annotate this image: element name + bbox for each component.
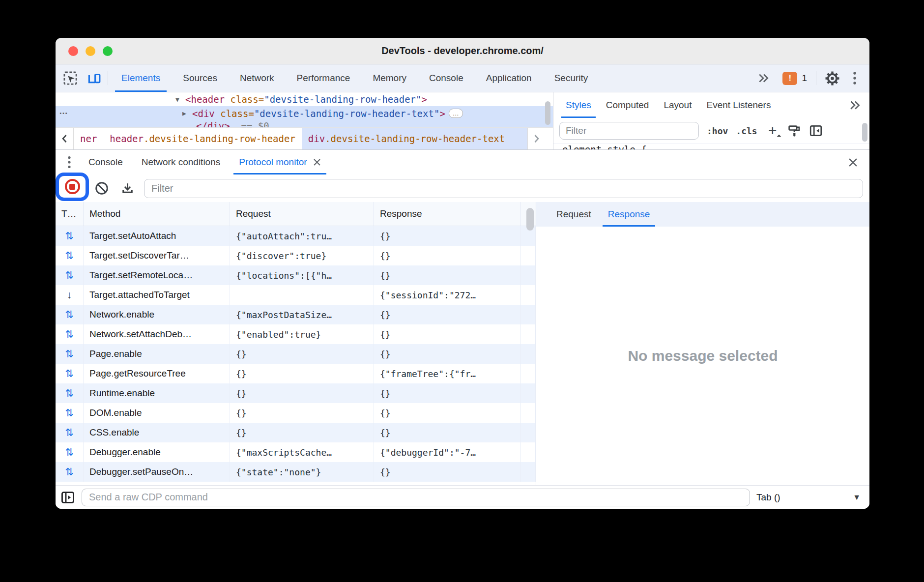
node-options-dots[interactable]: … [59, 106, 68, 116]
column-header-method[interactable]: Method [84, 202, 230, 226]
main-toolbar: ElementsSourcesNetworkPerformanceMemoryC… [56, 64, 869, 92]
response-cell: {} [374, 423, 521, 442]
styles-tab-event-listeners[interactable]: Event Listeners [699, 92, 778, 118]
received-arrow-icon: ↓ [67, 289, 72, 301]
save-button[interactable] [115, 182, 140, 195]
protocol-filter-input[interactable] [144, 179, 863, 198]
protocol-row[interactable]: ⇅Network.setAttachDeb…{"enabled":true}{} [56, 324, 536, 344]
protocol-monitor-body: T…MethodRequestResponse ⇅Target.setAutoA… [56, 202, 869, 485]
tag-open: <header [185, 94, 225, 105]
target-dropdown-caret-icon[interactable]: ▼ [853, 493, 861, 502]
column-header-request[interactable]: Request [230, 202, 374, 226]
inspect-element-button[interactable] [58, 64, 82, 92]
protocol-row[interactable]: ⇅Target.setAutoAttach{"autoAttach":tru…{… [56, 226, 536, 246]
protocol-row[interactable]: ⇅Page.enable{}{} [56, 344, 536, 364]
protocol-row[interactable]: ⇅Network.enable{"maxPostDataSize…{} [56, 305, 536, 324]
direction-cell: ⇅ [56, 226, 84, 246]
column-header-response[interactable]: Response [374, 202, 521, 226]
expand-arrow-icon[interactable]: ▼ [175, 96, 185, 103]
panel-tab-performance[interactable]: Performance [286, 64, 362, 92]
panel-tab-elements[interactable]: Elements [110, 64, 172, 92]
format-painter-button[interactable] [788, 124, 801, 138]
expand-children-button[interactable]: … [449, 109, 463, 118]
detail-tab-response[interactable]: Response [600, 202, 659, 227]
main-menu-button[interactable] [846, 71, 864, 85]
panel-tab-console[interactable]: Console [418, 64, 475, 92]
protocol-row[interactable]: ↓Target.attachedToTarget{"sessionId":"27… [56, 285, 536, 305]
protocol-row[interactable]: ⇅Page.getResourceTree{}{"frameTree":{"fr… [56, 364, 536, 383]
record-button-highlight [56, 173, 89, 201]
closing-tag: </div> [196, 120, 230, 128]
device-toolbar-icon [87, 71, 101, 86]
protocol-row[interactable]: ⇅Debugger.enable{"maxScriptsCache…{"debu… [56, 442, 536, 462]
toggle-element-classes-button[interactable]: .cls [736, 126, 757, 136]
breadcrumb-scroll-right-button[interactable] [527, 128, 546, 149]
panel-tab-application[interactable]: Application [475, 64, 543, 92]
equals-sign: = [259, 94, 264, 105]
detail-body: No message selected [536, 227, 869, 485]
response-cell: {} [374, 265, 521, 285]
toolbar-separator [816, 71, 816, 85]
drawer-menu-button[interactable] [59, 150, 79, 175]
drawer-tab-bar: ConsoleNetwork conditionsProtocol monito… [56, 150, 869, 175]
protocol-row[interactable]: ⇅Debugger.setPauseOn…{"state":"none"}{} [56, 462, 536, 482]
new-style-rule-button[interactable]: + [765, 123, 780, 138]
protocol-row[interactable]: ⇅CSS.enable{}{} [56, 423, 536, 442]
protocol-row[interactable]: ⇅DOM.enable{}{} [56, 403, 536, 423]
maximize-window-button[interactable] [103, 46, 113, 56]
more-panels-button[interactable] [752, 72, 776, 84]
styles-filter-input[interactable] [559, 122, 699, 140]
toggle-command-editor-button[interactable] [60, 490, 75, 505]
close-window-button[interactable] [68, 46, 78, 56]
request-cell: {"locations":[{"h… [230, 265, 374, 285]
panel-tab-network[interactable]: Network [229, 64, 286, 92]
request-cell: {} [230, 423, 374, 442]
response-cell: {"debuggerId":"-7… [374, 442, 521, 462]
elements-scrollbar-thumb[interactable] [545, 101, 550, 125]
dom-node-header[interactable]: ▼<header class="devsite-landing-row-head… [56, 92, 553, 106]
row-gutter [521, 462, 536, 482]
breadcrumb-scroll-left-button[interactable] [56, 128, 74, 149]
styles-tab-styles[interactable]: Styles [558, 92, 599, 118]
styles-tab-layout[interactable]: Layout [656, 92, 699, 118]
row-gutter [521, 383, 536, 403]
drawer-tab-protocol-monitor[interactable]: Protocol monitor [230, 150, 330, 175]
drawer-tab-network-conditions[interactable]: Network conditions [132, 150, 230, 175]
elements-tree-panel: ▼<header class="devsite-landing-row-head… [56, 92, 553, 149]
breadcrumb-truncated[interactable]: ner [74, 128, 103, 149]
download-icon [121, 182, 134, 195]
breadcrumb-header[interactable]: header.devsite-landing-row-header [103, 128, 302, 149]
protocol-row[interactable]: ⇅Runtime.enable{}{} [56, 383, 536, 403]
gear-icon [825, 71, 840, 86]
grid-scrollbar-thumb[interactable] [526, 208, 534, 231]
toggle-pseudo-classes-button[interactable]: :hov [707, 126, 728, 136]
dom-node-div-selected[interactable]: … ▶<div class="devsite-landing-row-heade… [56, 106, 553, 120]
issues-badge[interactable]: ! 1 [778, 72, 812, 85]
device-toolbar-button[interactable] [82, 64, 106, 92]
collapse-sidebar-button[interactable] [809, 124, 823, 138]
record-button[interactable] [65, 179, 80, 194]
styles-tab-computed[interactable]: Computed [599, 92, 657, 118]
target-selector[interactable]: Tab () [756, 492, 780, 503]
styles-more-tabs-button[interactable] [849, 92, 862, 118]
cdp-command-input[interactable] [82, 489, 750, 506]
panel-tab-memory[interactable]: Memory [361, 64, 418, 92]
styles-scrollbar-thumb[interactable] [862, 123, 867, 142]
settings-button[interactable] [820, 71, 844, 86]
drawer-tab-console[interactable]: Console [79, 150, 132, 175]
protocol-row[interactable]: ⇅Target.setDiscoverTar…{"discover":true}… [56, 246, 536, 265]
column-header-t[interactable]: T… [56, 202, 84, 226]
toolbar-right-cluster: ! 1 [752, 64, 869, 92]
tag-open: <div [192, 108, 215, 119]
dollar-zero-annotation: == $0 [241, 120, 269, 128]
minimize-window-button[interactable] [86, 46, 95, 56]
detail-tab-request[interactable]: Request [548, 202, 600, 227]
panel-tab-sources[interactable]: Sources [172, 64, 229, 92]
clear-all-button[interactable] [89, 181, 115, 195]
panel-tab-security[interactable]: Security [543, 64, 600, 92]
protocol-row[interactable]: ⇅Target.setRemoteLoca…{"locations":[{"h…… [56, 265, 536, 285]
breadcrumb-div-selected[interactable]: div.devsite-landing-row-header-text [302, 128, 527, 149]
collapse-arrow-icon[interactable]: ▶ [182, 110, 192, 117]
close-tab-icon[interactable] [313, 158, 321, 166]
close-drawer-button[interactable] [844, 150, 862, 175]
